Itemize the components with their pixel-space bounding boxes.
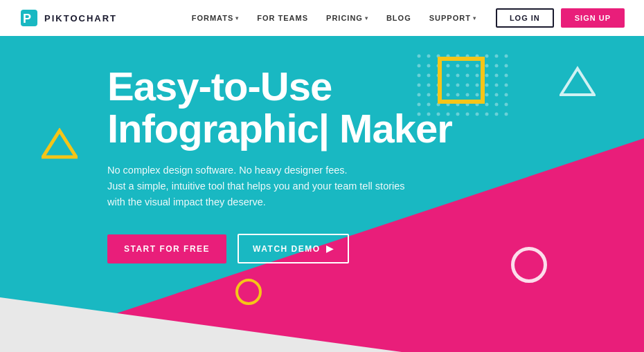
svg-point-69 [485, 113, 489, 116]
support-caret-icon: ▾ [473, 15, 476, 21]
svg-point-59 [485, 103, 489, 106]
nav-for-teams-label: FOR TEAMS [257, 14, 308, 22]
start-for-free-button[interactable]: START FOR FREE [107, 234, 226, 263]
svg-point-19 [485, 64, 489, 68]
svg-point-21 [505, 64, 508, 68]
yellow-circle-center-decoration [235, 279, 262, 305]
svg-point-20 [495, 64, 499, 68]
svg-point-3 [427, 55, 431, 58]
svg-point-30 [495, 74, 499, 77]
watch-demo-label: WATCH DEMO [253, 244, 320, 254]
hero-title-line2: Infographic| Maker [107, 106, 452, 151]
nav-support-label: SUPPORT [429, 14, 471, 22]
signup-button[interactable]: SIGN UP [561, 8, 625, 28]
svg-point-41 [505, 84, 508, 87]
pricing-caret-icon: ▾ [365, 15, 368, 21]
nav-buttons: LOG IN SIGN UP [496, 8, 625, 28]
nav-pricing-label: PRICING [326, 14, 363, 22]
svg-marker-73 [43, 131, 76, 157]
nav-links: FORMATS ▾ FOR TEAMS PRICING ▾ BLOG SUPPO… [192, 14, 476, 22]
navbar: P PIKTOCHART FORMATS ▾ FOR TEAMS PRICING… [0, 0, 644, 36]
hero-content: Easy-to-Use Infographic| Maker No comple… [107, 66, 452, 263]
watch-demo-button[interactable]: WATCH DEMO ▶ [238, 234, 349, 263]
login-button[interactable]: LOG IN [496, 8, 554, 28]
hero-subtitle-line1: No complex design software. No heavy des… [107, 165, 348, 176]
nav-formats-label: FORMATS [192, 14, 234, 22]
hero-title-line1: Easy-to-Use [107, 64, 332, 109]
nav-blog[interactable]: BLOG [386, 14, 411, 22]
svg-text:P: P [23, 12, 31, 26]
svg-point-51 [505, 93, 508, 97]
svg-point-10 [495, 55, 499, 58]
svg-point-71 [505, 113, 508, 116]
formats-caret-icon: ▾ [235, 15, 239, 21]
hero-subtitle-line2: Just a simple, intuitive tool that helps… [107, 180, 405, 192]
hero-actions: START FOR FREE WATCH DEMO ▶ [107, 234, 452, 263]
svg-point-11 [505, 55, 508, 58]
yellow-triangle-left-decoration [42, 128, 78, 163]
svg-point-40 [495, 84, 499, 87]
svg-point-2 [418, 55, 421, 58]
logo-icon: P [19, 8, 39, 28]
nav-formats[interactable]: FORMATS ▾ [192, 14, 240, 22]
nav-pricing[interactable]: PRICING ▾ [326, 14, 368, 22]
svg-point-61 [505, 103, 508, 106]
svg-point-31 [505, 74, 508, 77]
nav-support[interactable]: SUPPORT ▾ [429, 14, 476, 22]
svg-point-29 [485, 74, 489, 77]
white-triangle-right-decoration [560, 66, 596, 100]
hero-subtitle-line3: with the visual impact they deserve. [107, 196, 266, 207]
hero-title: Easy-to-Use Infographic| Maker [107, 66, 452, 150]
nav-for-teams[interactable]: FOR TEAMS [257, 14, 308, 22]
svg-point-60 [495, 103, 499, 106]
white-circle-right-decoration [511, 247, 547, 283]
logo-text: PIKTOCHART [44, 13, 117, 24]
svg-point-68 [476, 113, 479, 116]
hero-section: // We'll use a static SVG with dots [0, 0, 644, 352]
hero-subtitle: No complex design software. No heavy des… [107, 163, 452, 211]
nav-blog-label: BLOG [386, 14, 411, 22]
svg-point-66 [456, 113, 460, 116]
svg-point-9 [485, 55, 489, 58]
arrow-icon: ▶ [326, 243, 334, 254]
svg-point-67 [466, 113, 469, 116]
svg-point-49 [485, 93, 489, 97]
svg-marker-72 [561, 68, 594, 95]
svg-point-39 [485, 84, 489, 87]
svg-point-70 [495, 113, 499, 116]
logo-area: P PIKTOCHART [19, 8, 117, 28]
svg-point-50 [495, 93, 499, 97]
